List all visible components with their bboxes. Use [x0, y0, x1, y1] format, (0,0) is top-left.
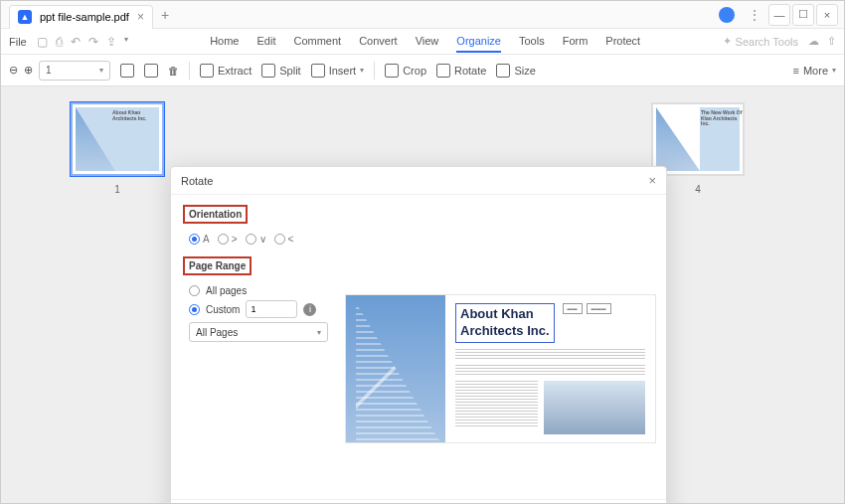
minimize-button[interactable]: —	[768, 4, 790, 26]
zoom-out-icon[interactable]: ⊖	[9, 64, 18, 77]
radio-icon	[189, 234, 200, 245]
titlebar: ▲ ppt file-sample.pdf × + ⋮ — ☐ ×	[1, 1, 844, 29]
split-button[interactable]: Split	[261, 64, 300, 78]
menubar: File ▢ ⎙ ↶ ↷ ⇪ ▾ Home Edit Comment Conve…	[1, 29, 844, 55]
share-icon[interactable]: ⇪	[106, 35, 116, 49]
page-number-field[interactable]: 1 ▾	[39, 61, 110, 81]
dialog-preview-panel: About KhanArchitects Inc. ▬▬▬▬▬	[335, 195, 666, 499]
size-icon	[496, 64, 510, 78]
redo-icon[interactable]: ↷	[88, 35, 98, 49]
tab-tools[interactable]: Tools	[519, 31, 545, 53]
chevron-down-icon: ▾	[317, 328, 321, 337]
rotate-right-icon[interactable]	[144, 64, 158, 78]
separator	[374, 62, 375, 80]
tab-filename: ppt file-sample.pdf	[40, 11, 129, 23]
tab-convert[interactable]: Convert	[359, 31, 398, 53]
organize-toolbar: ⊖ ⊕ 1 ▾ 🗑 Extract Split Insert▾ Crop Rot…	[1, 55, 844, 86]
close-window-button[interactable]: ×	[816, 4, 838, 26]
split-icon	[261, 64, 275, 78]
insert-button[interactable]: Insert▾	[311, 64, 365, 78]
more-button[interactable]: ≡More▾	[793, 65, 836, 77]
maximize-button[interactable]: ☐	[792, 4, 814, 26]
page-preview: About KhanArchitects Inc. ▬▬▬▬▬	[345, 294, 656, 443]
radio-icon	[218, 234, 229, 245]
chevron-down-icon: ▾	[99, 66, 103, 75]
page-canvas: About Khan Architects Inc. 1 The New Wor…	[1, 86, 844, 503]
add-tab-button[interactable]: +	[161, 7, 169, 23]
zoom-controls: ⊖ ⊕ 1 ▾	[9, 61, 110, 81]
preview-doc-title: About KhanArchitects Inc.	[455, 303, 555, 343]
upload-icon[interactable]: ⇧	[827, 35, 836, 48]
orientation-right[interactable]: >	[218, 234, 238, 245]
hamburger-icon: ≡	[793, 65, 799, 77]
range-all-pages[interactable]: All pages	[189, 285, 323, 296]
radio-icon	[274, 234, 285, 245]
kebab-menu-icon[interactable]: ⋮	[743, 8, 766, 22]
dialog-header: Rotate ×	[171, 167, 666, 195]
crop-button[interactable]: Crop	[385, 64, 426, 78]
orientation-options: A > ∨ <	[183, 234, 323, 245]
info-icon[interactable]: i	[303, 303, 316, 316]
wand-icon: ✦	[723, 35, 732, 48]
quick-icons: ▢ ⎙ ↶ ↷ ⇪ ▾	[37, 35, 128, 49]
range-custom[interactable]: Custom i	[189, 300, 323, 318]
dialog-overlay: Rotate × Orientation A > ∨ < Page Range …	[1, 86, 844, 503]
tab-organize[interactable]: Organize	[456, 31, 501, 53]
preview-meta-boxes: ▬▬▬▬▬	[563, 303, 611, 314]
radio-icon	[246, 234, 256, 245]
page-number-value: 1	[46, 65, 52, 76]
separator	[189, 62, 190, 80]
ribbon-tabs: Home Edit Comment Convert View Organize …	[210, 31, 640, 53]
rotate-button[interactable]: Rotate	[436, 64, 486, 78]
user-avatar-icon[interactable]	[719, 7, 735, 23]
dialog-options-panel: Orientation A > ∨ < Page Range All pages	[171, 195, 335, 499]
extract-button[interactable]: Extract	[200, 64, 252, 78]
cloud-icon[interactable]: ☁	[808, 35, 819, 48]
crop-icon	[385, 64, 399, 78]
app-icon: ▲	[18, 10, 32, 24]
orientation-up[interactable]: A	[189, 234, 210, 245]
tab-edit[interactable]: Edit	[256, 31, 275, 53]
preview-secondary-image	[544, 381, 645, 434]
dialog-footer: OK Cancel	[171, 499, 666, 504]
window-controls: ⋮ — ☐ ×	[719, 4, 844, 26]
tab-protect[interactable]: Protect	[605, 31, 640, 53]
delete-icon[interactable]: 🗑	[168, 65, 179, 77]
search-tools[interactable]: ✦ Search Tools	[723, 35, 798, 48]
page-range-heading: Page Range	[183, 256, 252, 275]
tab-comment[interactable]: Comment	[293, 31, 341, 53]
size-button[interactable]: Size	[496, 64, 535, 78]
orientation-heading: Orientation	[183, 205, 248, 224]
radio-icon	[189, 304, 200, 315]
document-tab[interactable]: ▲ ppt file-sample.pdf ×	[9, 5, 153, 29]
rotate-icon	[436, 64, 450, 78]
extract-icon	[200, 64, 214, 78]
preview-image	[346, 295, 445, 442]
file-menu[interactable]: File	[9, 36, 27, 48]
chevron-down-icon[interactable]: ▾	[124, 35, 128, 49]
insert-icon	[311, 64, 325, 78]
search-placeholder: Search Tools	[736, 36, 798, 48]
tab-home[interactable]: Home	[210, 31, 239, 53]
rotate-left-icon[interactable]	[120, 64, 134, 78]
dialog-title: Rotate	[181, 175, 213, 187]
radio-icon	[189, 285, 200, 296]
close-tab-icon[interactable]: ×	[137, 10, 144, 24]
orientation-down[interactable]: ∨	[246, 234, 266, 245]
undo-icon[interactable]: ↶	[71, 35, 81, 49]
print-icon[interactable]: ⎙	[56, 35, 63, 49]
save-icon[interactable]: ▢	[37, 35, 48, 49]
custom-range-input[interactable]	[246, 300, 297, 318]
page-subset-select[interactable]: All Pages ▾	[189, 322, 328, 342]
tab-form[interactable]: Form	[563, 31, 589, 53]
zoom-in-icon[interactable]: ⊕	[24, 64, 33, 77]
orientation-left[interactable]: <	[274, 234, 294, 245]
rotate-dialog: Rotate × Orientation A > ∨ < Page Range …	[170, 166, 667, 504]
close-dialog-button[interactable]: ×	[648, 173, 656, 188]
tab-view[interactable]: View	[416, 31, 439, 53]
